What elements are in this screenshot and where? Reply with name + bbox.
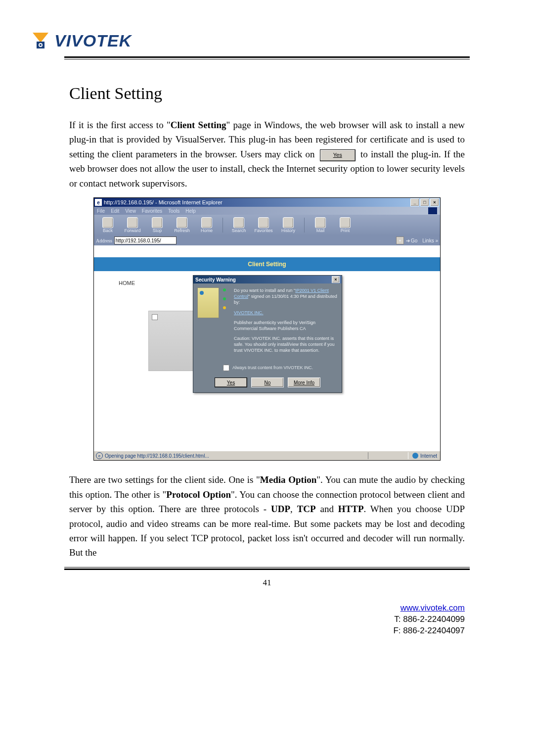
tb-label: Stop [153,228,162,233]
dialog-titlebar: Security Warning × [193,276,342,284]
go-button[interactable]: ➔Go [406,238,417,243]
intro-paragraph: If it is the first access to "Client Set… [69,118,465,190]
check-dot-icon [223,288,226,291]
page-title: Client Setting [69,84,465,103]
bold-protocol-option: Protocol Option [166,489,231,500]
ie-window: e http://192.168.0.195/ - Microsoft Inte… [93,197,441,461]
ie-addressbar: Address http://192.168.0.195/ ▼ ➔Go Link… [94,236,440,245]
certificate-icon [197,287,219,318]
client-setting-banner: Client Setting [94,257,440,271]
menu-help[interactable]: Help [185,208,196,214]
btn-label: More Info [294,380,314,385]
tb-home[interactable]: Home [196,217,218,233]
dialog-no-button[interactable]: No [251,378,284,387]
tb-favorites[interactable]: Favorites [253,217,274,233]
tb-label: Refresh [174,228,190,233]
close-window-button[interactable]: × [430,198,439,206]
text: and [316,504,338,514]
links-label[interactable]: Links » [422,238,438,243]
logo-mark-icon [30,30,51,51]
status-text: Opening page http://192.168.0.195/client… [105,453,209,459]
dialog-yes-button[interactable]: Yes [215,378,247,387]
address-value: http://192.168.0.195/ [116,238,161,243]
globe-icon [412,453,418,459]
text: There are two settings for the client si… [69,474,260,485]
favorites-icon [258,217,269,228]
menu-view[interactable]: View [125,208,136,214]
page-number: 41 [69,578,465,588]
history-icon [283,217,294,228]
zone-label: Internet [420,453,437,459]
ie-title-text: http://192.168.0.195/ - Microsoft Intern… [104,199,410,205]
stop-icon [152,217,163,228]
yes-button-inline[interactable]: Yes [320,149,356,161]
tb-mail[interactable]: Mail [310,217,331,233]
address-input[interactable]: http://192.168.0.195/ [114,236,177,244]
ie-content: Client Setting HOME Security Warning × [94,245,440,451]
tb-label: Search [232,228,246,233]
logo: VIVOTEK [30,30,465,51]
always-trust-label: Always trust content from VIVOTEK INC. [232,365,313,370]
forward-icon [127,217,138,228]
menu-tools[interactable]: Tools [168,208,179,214]
ie-status-icon: e [96,452,103,459]
tb-refresh[interactable]: Refresh [171,217,193,233]
ie-menubar: File Edit View Favorites Tools Help [94,207,440,215]
zone-indicator: Internet [409,453,440,459]
bold-udp: UDP [271,504,290,514]
home-link[interactable]: HOME [119,280,135,286]
tb-label: Home [201,228,213,233]
tb-separator [304,218,305,233]
text: If it is the first access to " [69,120,171,130]
dialog-title-text: Security Warning [195,277,236,283]
footer: www.vivotek.com T: 886-2-22404099 F: 886… [69,603,465,637]
tb-label: Forward [124,228,140,233]
ie-throbber-icon [428,207,437,214]
publisher-link[interactable]: VIVOTEK INC. [234,310,264,315]
svg-marker-0 [33,33,48,43]
placeholder-icon [152,314,158,320]
svg-point-3 [40,44,42,46]
tb-history[interactable]: History [277,217,299,233]
footer-url[interactable]: www.vivotek.com [400,603,465,613]
logo-text: VIVOTEK [54,31,132,50]
btn-label: No [265,380,271,385]
tb-stop[interactable]: Stop [146,217,168,233]
second-paragraph: There are two settings for the client si… [69,472,465,560]
search-icon [233,217,244,228]
btn-label: Yes [227,380,235,385]
yes-button-label: Yes [333,151,342,159]
dialog-close-button[interactable]: × [332,276,340,283]
text: , [290,504,297,514]
ie-statusbar: e Opening page http://192.168.0.195/clie… [94,451,440,460]
bold-tcp: TCP [297,504,316,514]
always-trust-checkbox-row[interactable]: Always trust content from VIVOTEK INC. [193,361,342,375]
ie-toolbar: Back Forward Stop Refresh Home Search Fa… [94,215,440,236]
ie-icon: e [95,199,102,206]
footer-tel: T: 886-2-22404099 [394,614,465,624]
address-dropdown-button[interactable]: ▼ [396,236,404,244]
always-trust-checkbox[interactable] [223,365,229,371]
bold-media-option: Media Option [260,474,316,485]
bold-http: HTTP [338,504,364,514]
minimize-button[interactable]: _ [410,198,419,206]
tb-print[interactable]: Print [334,217,356,233]
dialog-body-text: Do you want to install and run "IP2001 V… [234,287,338,357]
menu-edit[interactable]: Edit [111,208,119,214]
check-dot-icon [223,297,226,300]
maximize-button[interactable]: □ [420,198,429,206]
tb-forward[interactable]: Forward [122,217,143,233]
address-label: Address [96,238,112,243]
dialog-moreinfo-button[interactable]: More Info [288,378,320,387]
tb-search[interactable]: Search [228,217,250,233]
mail-icon [315,217,326,228]
menu-favorites[interactable]: Favorites [142,208,162,214]
tb-label: Mail [316,228,325,233]
bold-client-setting: Client Setting [171,120,226,130]
print-icon [340,217,351,228]
ie-titlebar: e http://192.168.0.195/ - Microsoft Inte… [94,198,440,207]
tb-back[interactable]: Back [97,217,119,233]
menu-file[interactable]: File [97,208,105,214]
tb-label: History [281,228,295,233]
header-rule [64,56,470,59]
